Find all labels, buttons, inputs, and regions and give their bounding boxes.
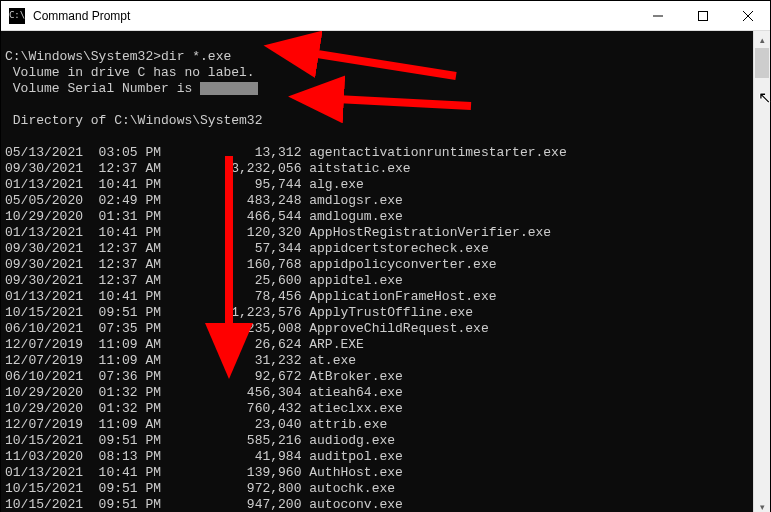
terminal-container: C:\Windows\System32>dir *.exe Volume in … — [1, 31, 770, 512]
minimize-button[interactable] — [635, 1, 680, 30]
scrollbar-thumb[interactable] — [755, 48, 769, 78]
serial-censored — [200, 82, 258, 95]
app-icon-text: C:\ — [9, 11, 25, 20]
maximize-button[interactable] — [680, 1, 725, 30]
vertical-scrollbar[interactable]: ▴ ▾ — [753, 31, 770, 512]
scroll-down-button[interactable]: ▾ — [754, 498, 770, 512]
svg-rect-1 — [698, 11, 707, 20]
terminal-output[interactable]: C:\Windows\System32>dir *.exe Volume in … — [1, 31, 770, 512]
titlebar[interactable]: C:\ Command Prompt — [1, 1, 770, 31]
minimize-icon — [653, 11, 663, 21]
close-icon — [743, 11, 753, 21]
window-title: Command Prompt — [33, 9, 635, 23]
app-icon: C:\ — [9, 8, 25, 24]
scroll-up-button[interactable]: ▴ — [754, 31, 770, 48]
command-prompt-window: C:\ Command Prompt C:\Windows\System32>d… — [0, 0, 771, 512]
close-button[interactable] — [725, 1, 770, 30]
window-controls — [635, 1, 770, 30]
maximize-icon — [698, 11, 708, 21]
